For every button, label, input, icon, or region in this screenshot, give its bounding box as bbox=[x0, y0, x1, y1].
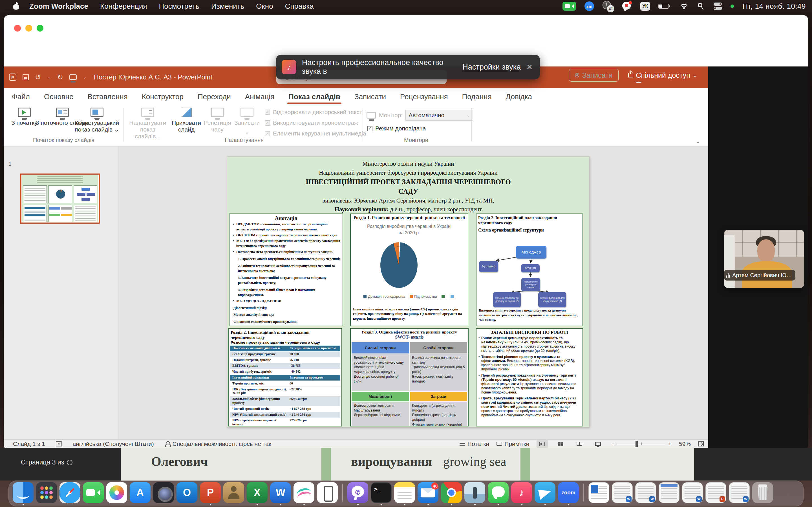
powerpoint-icon[interactable]: P bbox=[200, 481, 221, 506]
monitor-select[interactable]: Автоматично⌄ bbox=[405, 110, 473, 121]
photo-preview-icon[interactable] bbox=[464, 481, 485, 506]
ribbon-tab[interactable]: Анімація bbox=[245, 91, 275, 103]
viber-icon[interactable]: ✆ bbox=[347, 481, 368, 506]
normal-view-button[interactable] bbox=[537, 440, 548, 448]
setup-slideshow-button[interactable]: Налаштувати показ слайдів... bbox=[128, 108, 167, 140]
app-store-icon[interactable]: A bbox=[130, 481, 151, 506]
menubar-menu-item[interactable]: Изменить bbox=[211, 2, 244, 11]
fullscreen-window-button[interactable] bbox=[37, 25, 43, 32]
outlook-icon[interactable]: O bbox=[176, 481, 197, 506]
trash-icon[interactable] bbox=[752, 481, 773, 506]
ribbon-tab[interactable]: Вставлення bbox=[87, 91, 128, 103]
minimized-window-icon[interactable] bbox=[659, 481, 679, 506]
sound-settings-link[interactable]: Настройки звука bbox=[462, 63, 521, 71]
slide-canvas[interactable]: Міністерство освіти і науки України Наці… bbox=[227, 157, 589, 427]
ribbon-tab[interactable]: Основне bbox=[43, 91, 74, 103]
spell-check-icon[interactable]: ✕ bbox=[56, 441, 62, 446]
swot-panel[interactable]: Розділ 3. Оцінка ефективності та ризиків… bbox=[350, 328, 469, 427]
zoom-menubar-icon[interactable]: zm bbox=[585, 1, 594, 11]
notes-icon[interactable] bbox=[394, 481, 415, 506]
contacts-icon[interactable] bbox=[223, 481, 244, 506]
ribbon-tab[interactable]: Довідка bbox=[505, 91, 533, 103]
undo-button[interactable]: ↺ bbox=[35, 73, 41, 81]
ribbon-checkbox[interactable]: ✓Використовувати хронометраж bbox=[265, 119, 366, 126]
slide-thumbnail[interactable] bbox=[20, 173, 100, 224]
launchpad-icon[interactable] bbox=[36, 481, 57, 506]
menubar-clock[interactable]: Пт, 14 нояб. 10:49 bbox=[742, 2, 806, 11]
ribbon-tab[interactable]: Файл bbox=[11, 91, 31, 103]
finder-icon[interactable] bbox=[13, 481, 34, 506]
wifi-icon[interactable] bbox=[679, 3, 689, 10]
camera-app-icon[interactable] bbox=[153, 481, 174, 506]
zoom-percent[interactable]: 59% bbox=[679, 441, 691, 447]
facetime-icon[interactable] bbox=[83, 481, 104, 506]
fit-slide-button[interactable] bbox=[698, 441, 704, 446]
zoom-out-button[interactable]: − bbox=[611, 441, 614, 447]
reading-view-button[interactable] bbox=[574, 440, 585, 448]
zoom-app-icon[interactable]: zoom bbox=[558, 481, 579, 506]
telegram-icon[interactable] bbox=[535, 481, 555, 506]
presenter-mode-checkbox[interactable]: ✓ Режим доповідача bbox=[367, 125, 426, 132]
record-slideshow-button[interactable]: Записати⌄ bbox=[233, 108, 261, 135]
word-icon[interactable]: W bbox=[270, 481, 291, 506]
language-status[interactable]: англійська (Сполучені Штати) bbox=[73, 441, 154, 447]
terminal-icon[interactable]: >_ bbox=[371, 481, 392, 506]
notification-count-icon[interactable]: 41 bbox=[603, 1, 613, 11]
control-center-icon[interactable] bbox=[714, 3, 722, 10]
minimize-window-button[interactable] bbox=[26, 25, 32, 32]
menubar-menu-item[interactable]: Конференция bbox=[100, 2, 147, 11]
minimized-window-icon[interactable]: W bbox=[635, 481, 656, 506]
menubar-menu-item[interactable]: Окно bbox=[256, 2, 273, 11]
freeform-icon[interactable] bbox=[294, 481, 314, 506]
menubar-menu-item[interactable]: Справка bbox=[285, 2, 314, 11]
ribbon-tab[interactable]: Конструктор bbox=[141, 91, 184, 103]
summary-table-panel[interactable]: Розділ 2. Інвестиційний план закладання … bbox=[229, 328, 342, 427]
ribbon-checkbox[interactable]: ✓Елементи керування мультимедіа bbox=[265, 130, 366, 137]
zoom-slider[interactable] bbox=[617, 444, 665, 444]
minimized-window-icon[interactable]: W bbox=[612, 481, 633, 506]
safari-icon[interactable] bbox=[59, 481, 80, 506]
close-notification-icon[interactable]: ✕ bbox=[526, 63, 532, 71]
music-icon[interactable]: ♪ bbox=[511, 481, 532, 506]
customize-toolbar-icon[interactable]: ⌄ bbox=[83, 75, 87, 80]
slideshow-quick-button[interactable] bbox=[69, 74, 77, 80]
slideshow-view-button[interactable] bbox=[592, 440, 604, 448]
annotation-panel[interactable]: Анотація ПРЕДМЕТОМ є економічні, техноло… bbox=[229, 214, 343, 326]
undo-dropdown-icon[interactable]: ⌄ bbox=[47, 75, 51, 80]
menubar-menu-item[interactable]: Посмотреть bbox=[159, 2, 199, 11]
slide-sorter-view-button[interactable] bbox=[555, 440, 566, 448]
chrome-icon[interactable] bbox=[441, 481, 462, 506]
viber-menubar-icon[interactable] bbox=[622, 1, 632, 11]
messages-icon[interactable] bbox=[488, 481, 509, 506]
orgchart-panel[interactable]: Розділ 2. Інвестиційний план закладання … bbox=[476, 214, 583, 326]
ribbon-tab[interactable]: Показ слайдів bbox=[288, 91, 341, 103]
apple-menu-icon[interactable] bbox=[13, 3, 19, 10]
iphone-mirroring-icon[interactable] bbox=[317, 481, 338, 506]
webcam-overlay[interactable]: Артем Сергійович Ю… bbox=[724, 230, 804, 288]
record-button[interactable]: Записати bbox=[569, 69, 619, 82]
input-language-indicator[interactable]: УК bbox=[640, 2, 650, 11]
market-panel[interactable]: Розділ 1. Розвиток ринку черешні: ринки … bbox=[350, 214, 468, 326]
redo-button[interactable]: ↻ bbox=[57, 73, 63, 81]
collapse-ribbon-button[interactable]: ⌄ bbox=[696, 138, 700, 145]
ribbon-tab[interactable]: Рецензування bbox=[400, 91, 448, 103]
share-button[interactable]: Спільний доступ⌄ bbox=[622, 69, 703, 82]
photos-icon[interactable] bbox=[106, 481, 127, 506]
ribbon-tab[interactable]: Подання bbox=[462, 91, 492, 103]
ribbon-tab[interactable]: Записати bbox=[354, 91, 387, 103]
minimized-document-icon[interactable] bbox=[589, 481, 609, 506]
save-button[interactable] bbox=[22, 74, 29, 80]
hide-slide-button[interactable]: Приховати слайд bbox=[171, 108, 202, 133]
zoom-slider-thumb[interactable] bbox=[636, 441, 638, 447]
rehearse-timings-button[interactable]: Репетиція часу bbox=[205, 108, 230, 133]
conclusions-panel[interactable]: ЗАГАЛЬНІ ВИСНОВКИ ПО РОБОТІ Ринок черешн… bbox=[476, 328, 583, 427]
from-start-button[interactable]: З початку bbox=[11, 108, 38, 126]
ribbon-checkbox[interactable]: ✓Відтворювати дикторський текст bbox=[265, 109, 366, 115]
comments-toggle[interactable]: Примітки bbox=[497, 441, 529, 447]
menubar-app-name[interactable]: Zoom Workplace bbox=[29, 2, 88, 11]
minimized-window-icon[interactable]: P bbox=[705, 481, 726, 506]
ribbon-tab[interactable]: Переходи bbox=[197, 91, 232, 103]
minimized-window-icon[interactable]: W bbox=[729, 481, 750, 506]
close-window-button[interactable] bbox=[14, 25, 21, 32]
battery-icon[interactable] bbox=[658, 3, 671, 9]
